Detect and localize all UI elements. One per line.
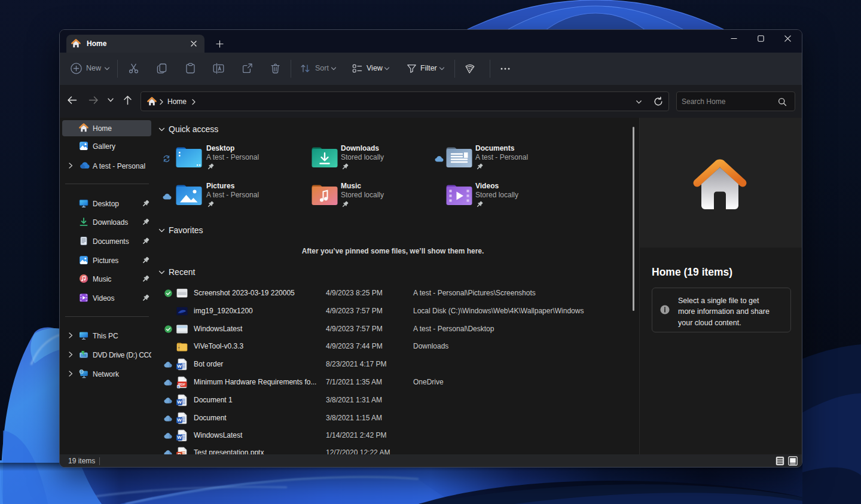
svg-text:W: W	[177, 435, 182, 440]
svg-text:W: W	[177, 417, 182, 423]
svg-text:W: W	[177, 364, 182, 369]
svg-text:W: W	[177, 399, 182, 405]
